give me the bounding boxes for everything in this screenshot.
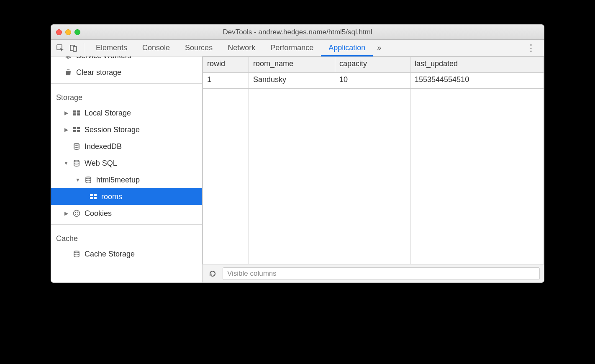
sidebar-item-label: Cache Storage: [85, 250, 135, 259]
svg-rect-7: [73, 127, 76, 129]
svg-rect-6: [77, 113, 80, 115]
table-header-row: rowid room_name capacity last_updated: [203, 57, 544, 73]
sidebar-item-label: Clear storage: [76, 68, 121, 77]
cell-room-name: Sandusky: [249, 73, 335, 89]
sidebar-item-cookies[interactable]: ▶ Cookies: [51, 205, 202, 222]
svg-rect-4: [77, 110, 80, 113]
cell-capacity: 10: [335, 73, 410, 89]
cookie-icon: [72, 209, 81, 218]
database-icon: [72, 142, 81, 151]
refresh-button[interactable]: [207, 268, 218, 279]
sidebar-item-label: Service Workers: [76, 56, 131, 60]
refresh-icon: [208, 269, 217, 278]
sidebar-item-label: Local Storage: [85, 109, 131, 118]
cell-last-updated: 1553544554510: [410, 73, 544, 89]
panel-tabs: Elements Console Sources Network Perform…: [88, 40, 385, 56]
visible-columns-input[interactable]: [223, 267, 540, 280]
sidebar-item-label: Cookies: [85, 209, 112, 218]
close-window-button[interactable]: [56, 29, 62, 35]
table-wrap: rowid room_name capacity last_updated 1 …: [203, 56, 544, 264]
inspect-element-button[interactable]: [54, 42, 66, 54]
devtools-toolbar: Elements Console Sources Network Perform…: [51, 40, 544, 56]
panel-body: Service Workers Clear storage Storage ▶: [51, 56, 544, 282]
column-header-rowid[interactable]: rowid: [203, 57, 249, 73]
tab-network[interactable]: Network: [220, 40, 263, 56]
column-header-last-updated[interactable]: last_updated: [410, 57, 544, 73]
tab-sources[interactable]: Sources: [177, 40, 220, 56]
svg-rect-9: [73, 130, 76, 132]
sidebar-item-label: IndexedDB: [85, 142, 122, 151]
sidebar-item-service-workers[interactable]: Service Workers: [51, 56, 202, 64]
chevron-right-icon: ▶: [64, 127, 69, 133]
sidebar-item-label: Session Storage: [85, 126, 140, 134]
table-icon: [89, 192, 98, 201]
toolbar-divider: [84, 43, 84, 53]
titlebar: DevTools - andrew.hedges.name/html5/sql.…: [51, 25, 544, 40]
svg-rect-3: [73, 110, 76, 113]
svg-point-24: [77, 214, 78, 215]
minimize-window-button[interactable]: [65, 29, 71, 35]
sidebar-item-session-storage[interactable]: ▶ Session Storage: [51, 121, 202, 138]
chevron-right-icon: ▶: [64, 110, 69, 116]
sidebar-item-label: html5meetup: [96, 176, 140, 185]
sidebar-item-label: Web SQL: [85, 159, 117, 168]
svg-rect-2: [73, 46, 77, 51]
zoom-window-button[interactable]: [74, 29, 80, 35]
sidebar-item-clear-storage[interactable]: Clear storage: [51, 64, 202, 81]
main-panel: rowid room_name capacity last_updated 1 …: [203, 56, 544, 282]
table-filler: [203, 89, 544, 264]
tab-elements[interactable]: Elements: [88, 40, 135, 56]
chevron-down-icon: ▼: [75, 177, 80, 183]
chevron-right-icon: ▶: [64, 210, 69, 216]
cell-rowid: 1: [203, 73, 249, 89]
window-title: DevTools - andrew.hedges.name/html5/sql.…: [56, 28, 539, 36]
table-icon: [72, 108, 81, 118]
database-icon: [72, 159, 81, 168]
column-header-capacity[interactable]: capacity: [335, 57, 410, 73]
database-icon: [84, 175, 93, 185]
sidebar-section-cache: Cache: [51, 227, 202, 246]
svg-rect-20: [94, 197, 97, 199]
application-sidebar: Service Workers Clear storage Storage ▶: [51, 56, 203, 282]
svg-point-23: [77, 212, 78, 213]
svg-rect-5: [73, 113, 76, 115]
table-icon: [72, 125, 81, 134]
tab-console[interactable]: Console: [135, 40, 177, 56]
sidebar-item-websql[interactable]: ▼ Web SQL: [51, 155, 202, 172]
svg-rect-19: [90, 197, 93, 199]
section-label: Storage: [56, 93, 82, 102]
svg-rect-10: [77, 130, 80, 132]
column-header-room-name[interactable]: room_name: [249, 57, 335, 73]
window-controls: [56, 29, 80, 35]
database-icon: [72, 249, 81, 259]
table-row[interactable]: 1 Sandusky 10 1553544554510: [203, 73, 544, 89]
sidebar-separator: [51, 83, 202, 84]
section-label: Cache: [56, 234, 78, 243]
gear-icon: [64, 56, 73, 60]
svg-point-21: [74, 210, 80, 217]
sidebar-list: Service Workers Clear storage Storage ▶: [51, 56, 202, 282]
sidebar-separator: [51, 224, 202, 225]
sidebar-item-database[interactable]: ▼ html5meetup: [51, 172, 202, 188]
device-toolbar-button[interactable]: [68, 42, 80, 54]
sidebar-item-local-storage[interactable]: ▶ Local Storage: [51, 105, 202, 121]
svg-point-25: [75, 214, 76, 215]
sidebar-item-cache-storage[interactable]: Cache Storage: [51, 246, 202, 262]
sidebar-item-label: rooms: [101, 192, 122, 201]
sidebar-item-indexeddb[interactable]: IndexedDB: [51, 138, 202, 155]
settings-menu-button[interactable]: ⋮: [521, 43, 541, 54]
svg-rect-8: [77, 127, 80, 129]
chevron-down-icon: ▼: [64, 160, 69, 166]
svg-rect-17: [90, 194, 93, 196]
sidebar-section-storage: Storage: [51, 86, 202, 105]
svg-rect-18: [94, 194, 97, 196]
trash-icon: [64, 68, 73, 77]
more-tabs-button[interactable]: »: [373, 40, 385, 56]
sidebar-item-table-rooms[interactable]: rooms: [51, 188, 202, 205]
devtools-window: DevTools - andrew.hedges.name/html5/sql.…: [51, 24, 544, 283]
tab-performance[interactable]: Performance: [263, 40, 321, 56]
data-table: rowid room_name capacity last_updated 1 …: [203, 56, 544, 264]
svg-point-22: [75, 212, 76, 213]
tab-application[interactable]: Application: [321, 40, 373, 56]
table-footer: [203, 264, 544, 282]
